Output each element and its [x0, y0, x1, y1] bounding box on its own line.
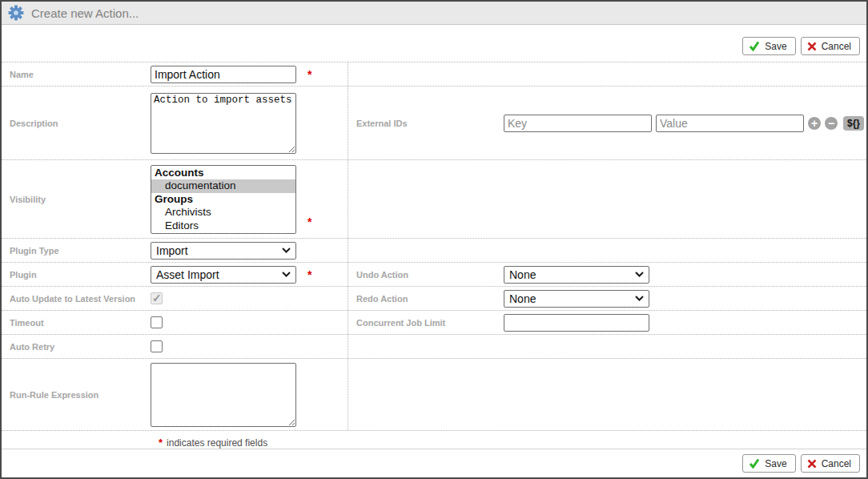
visibility-group-header: Accounts — [151, 167, 295, 180]
save-button[interactable]: Save — [742, 454, 795, 473]
plugin-label: Plugin — [2, 263, 151, 286]
chevron-down-icon — [282, 272, 291, 277]
dialog-titlebar: Create new Action... — [2, 2, 866, 25]
description-textarea[interactable]: Action to import assets — [151, 93, 296, 154]
row-description-externalids: Description Action to import assets Exte… — [2, 87, 866, 160]
redo-action-value: None — [509, 292, 635, 305]
plugin-type-select[interactable]: Import — [151, 242, 296, 260]
undo-action-select[interactable]: None — [504, 266, 649, 284]
required-note-text: indicates required fields — [167, 437, 267, 449]
cancel-button-label: Cancel — [822, 458, 851, 469]
chevron-down-icon — [635, 296, 644, 301]
required-marker: * — [307, 268, 311, 281]
create-action-dialog: Create new Action... Save Cancel Name * — [0, 0, 868, 479]
name-label: Name — [2, 62, 151, 86]
cancel-button[interactable]: Cancel — [801, 37, 860, 55]
row-run-rule: Run-Rule Expression — [2, 359, 866, 431]
visibility-option[interactable]: Editors — [151, 219, 295, 233]
row-plugin-type: Plugin Type Import — [2, 239, 866, 263]
save-button-label: Save — [765, 41, 786, 52]
dialog-title: Create new Action... — [31, 6, 139, 20]
run-rule-textarea[interactable] — [151, 363, 296, 427]
plugin-value: Asset Import — [156, 268, 282, 281]
redo-action-label: Redo Action — [348, 287, 504, 310]
plugin-type-label: Plugin Type — [2, 239, 151, 262]
row-autoupdate-redo: Auto Update to Latest Version Redo Actio… — [2, 287, 866, 311]
undo-action-value: None — [509, 268, 635, 281]
external-id-value-input[interactable] — [656, 115, 804, 132]
auto-update-label: Auto Update to Latest Version — [2, 287, 151, 310]
redo-action-select[interactable]: None — [504, 290, 649, 308]
minus-icon[interactable]: − — [825, 117, 838, 130]
x-icon — [807, 42, 817, 51]
run-rule-label: Run-Rule Expression — [2, 359, 151, 430]
row-name: Name * — [2, 62, 866, 87]
required-fields-note: * indicates required fields — [2, 431, 866, 449]
auto-retry-checkbox[interactable] — [151, 340, 163, 352]
timeout-label: Timeout — [2, 311, 151, 334]
save-button-label: Save — [765, 458, 786, 469]
description-label: Description — [2, 87, 151, 159]
external-id-key-input[interactable] — [504, 115, 652, 132]
auto-retry-label: Auto Retry — [2, 335, 151, 358]
external-ids-label: External IDs — [348, 87, 504, 159]
cancel-button-label: Cancel — [822, 41, 851, 52]
save-button[interactable]: Save — [742, 37, 795, 55]
gear-icon — [8, 5, 24, 21]
bottom-toolbar: Save Cancel — [2, 449, 866, 479]
top-toolbar: Save Cancel — [2, 25, 866, 62]
check-icon — [749, 41, 760, 51]
row-visibility: Visibility Accounts documentation Groups… — [2, 160, 866, 239]
row-plugin-undo: Plugin Asset Import * Undo Action None — [2, 263, 866, 287]
row-auto-retry: Auto Retry — [2, 335, 866, 359]
visibility-listbox[interactable]: Accounts documentation Groups Archivists… — [151, 165, 296, 234]
name-input[interactable] — [151, 66, 296, 83]
variable-icon[interactable]: ${} — [843, 116, 864, 131]
required-marker: * — [307, 68, 311, 81]
plugin-select[interactable]: Asset Import — [151, 266, 296, 284]
chevron-down-icon — [282, 248, 291, 253]
visibility-group-header: Groups — [151, 193, 295, 207]
plus-icon[interactable]: + — [808, 117, 821, 130]
plugin-type-value: Import — [156, 244, 282, 257]
timeout-checkbox[interactable] — [151, 316, 163, 328]
x-icon — [807, 459, 817, 469]
visibility-option[interactable]: Archivists — [151, 206, 295, 219]
undo-action-label: Undo Action — [348, 263, 504, 286]
concurrent-job-limit-input[interactable] — [504, 314, 649, 332]
check-icon — [749, 458, 760, 469]
chevron-down-icon — [635, 272, 644, 277]
row-timeout-joblimit: Timeout Concurrent Job Limit — [2, 311, 866, 335]
visibility-option[interactable]: documentation — [151, 179, 295, 193]
auto-update-checkbox — [151, 292, 163, 304]
action-form: Name * Description Action to import asse… — [2, 62, 866, 431]
required-marker: * — [159, 437, 163, 449]
required-marker: * — [307, 215, 311, 228]
cancel-button[interactable]: Cancel — [801, 454, 860, 473]
visibility-label: Visibility — [2, 160, 151, 238]
concurrent-job-limit-label: Concurrent Job Limit — [348, 311, 504, 334]
